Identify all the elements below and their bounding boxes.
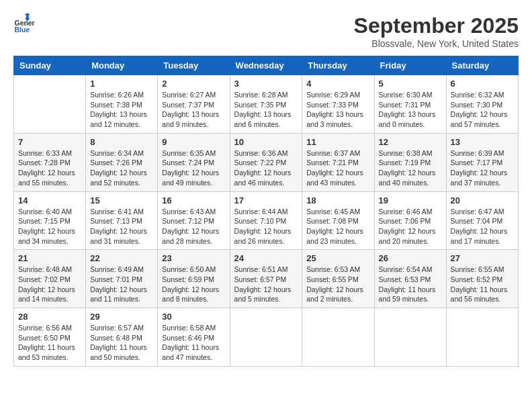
calendar-cell: 6Sunrise: 6:32 AM Sunset: 7:30 PM Daylig… — [446, 75, 518, 134]
day-number: 20 — [451, 195, 514, 205]
calendar-cell: 24Sunrise: 6:51 AM Sunset: 6:57 PM Dayli… — [230, 250, 302, 308]
calendar-cell: 19Sunrise: 6:46 AM Sunset: 7:06 PM Dayli… — [374, 191, 446, 250]
calendar-cell: 11Sunrise: 6:37 AM Sunset: 7:21 PM Dayli… — [302, 133, 374, 191]
day-info: Sunrise: 6:33 AM Sunset: 7:28 PM Dayligh… — [18, 148, 81, 188]
day-info: Sunrise: 6:55 AM Sunset: 6:52 PM Dayligh… — [451, 265, 514, 304]
page-header: General Blue September 2025 Blossvale, N… — [13, 13, 519, 49]
svg-text:General: General — [15, 19, 35, 27]
day-number: 21 — [18, 253, 81, 263]
day-number: 3 — [234, 79, 298, 89]
day-number: 11 — [306, 137, 369, 147]
day-info: Sunrise: 6:37 AM Sunset: 7:21 PM Dayligh… — [306, 148, 369, 188]
day-info: Sunrise: 6:41 AM Sunset: 7:13 PM Dayligh… — [90, 207, 153, 246]
day-info: Sunrise: 6:57 AM Sunset: 6:48 PM Dayligh… — [90, 323, 153, 363]
day-info: Sunrise: 6:54 AM Sunset: 6:53 PM Dayligh… — [379, 265, 442, 304]
day-info: Sunrise: 6:47 AM Sunset: 7:04 PM Dayligh… — [451, 207, 514, 246]
day-number: 22 — [90, 253, 153, 263]
day-number: 9 — [162, 137, 225, 147]
calendar-cell — [302, 308, 374, 367]
day-header-friday: Friday — [374, 56, 446, 75]
day-header-monday: Monday — [86, 56, 158, 75]
calendar-cell — [230, 308, 302, 367]
calendar-cell: 4Sunrise: 6:29 AM Sunset: 7:33 PM Daylig… — [302, 75, 374, 134]
day-info: Sunrise: 6:26 AM Sunset: 7:38 PM Dayligh… — [90, 90, 153, 130]
day-info: Sunrise: 6:51 AM Sunset: 6:57 PM Dayligh… — [234, 265, 298, 304]
calendar-cell: 15Sunrise: 6:41 AM Sunset: 7:13 PM Dayli… — [86, 191, 158, 250]
calendar-cell: 16Sunrise: 6:43 AM Sunset: 7:12 PM Dayli… — [158, 191, 230, 250]
calendar-cell — [374, 308, 446, 367]
calendar-cell: 18Sunrise: 6:45 AM Sunset: 7:08 PM Dayli… — [302, 191, 374, 250]
calendar-cell: 22Sunrise: 6:49 AM Sunset: 7:01 PM Dayli… — [86, 250, 158, 308]
day-info: Sunrise: 6:46 AM Sunset: 7:06 PM Dayligh… — [379, 207, 442, 246]
day-number: 7 — [18, 137, 81, 147]
day-number: 15 — [90, 195, 153, 205]
day-number: 23 — [162, 253, 225, 263]
calendar-cell: 27Sunrise: 6:55 AM Sunset: 6:52 PM Dayli… — [446, 250, 518, 308]
calendar-week-1: 1Sunrise: 6:26 AM Sunset: 7:38 PM Daylig… — [14, 75, 519, 134]
day-header-saturday: Saturday — [446, 56, 518, 75]
calendar-cell: 3Sunrise: 6:28 AM Sunset: 7:35 PM Daylig… — [230, 75, 302, 134]
calendar-cell: 26Sunrise: 6:54 AM Sunset: 6:53 PM Dayli… — [374, 250, 446, 308]
day-info: Sunrise: 6:56 AM Sunset: 6:50 PM Dayligh… — [18, 323, 81, 363]
calendar-cell: 13Sunrise: 6:39 AM Sunset: 7:17 PM Dayli… — [446, 133, 518, 191]
day-number: 28 — [18, 312, 81, 322]
day-info: Sunrise: 6:36 AM Sunset: 7:22 PM Dayligh… — [234, 148, 298, 188]
day-info: Sunrise: 6:38 AM Sunset: 7:19 PM Dayligh… — [379, 148, 442, 188]
day-number: 13 — [451, 137, 514, 147]
calendar-cell: 30Sunrise: 6:58 AM Sunset: 6:46 PM Dayli… — [158, 308, 230, 367]
day-number: 10 — [234, 137, 298, 147]
day-number: 27 — [451, 253, 514, 263]
calendar-cell: 21Sunrise: 6:48 AM Sunset: 7:02 PM Dayli… — [14, 250, 86, 308]
calendar-header-row: SundayMondayTuesdayWednesdayThursdayFrid… — [14, 56, 519, 75]
calendar-cell: 17Sunrise: 6:44 AM Sunset: 7:10 PM Dayli… — [230, 191, 302, 250]
day-info: Sunrise: 6:49 AM Sunset: 7:01 PM Dayligh… — [90, 265, 153, 304]
day-number: 8 — [90, 137, 153, 147]
day-number: 17 — [234, 195, 298, 205]
day-number: 5 — [379, 79, 442, 89]
day-info: Sunrise: 6:53 AM Sunset: 6:55 PM Dayligh… — [306, 265, 369, 304]
calendar-cell: 5Sunrise: 6:30 AM Sunset: 7:31 PM Daylig… — [374, 75, 446, 134]
day-header-tuesday: Tuesday — [158, 56, 230, 75]
title-section: September 2025 Blossvale, New York, Unit… — [354, 13, 519, 49]
day-number: 6 — [451, 79, 514, 89]
calendar-cell: 12Sunrise: 6:38 AM Sunset: 7:19 PM Dayli… — [374, 133, 446, 191]
day-number: 4 — [306, 79, 369, 89]
day-info: Sunrise: 6:40 AM Sunset: 7:15 PM Dayligh… — [18, 207, 81, 246]
calendar-cell — [446, 308, 518, 367]
logo: General Blue — [13, 13, 35, 35]
day-info: Sunrise: 6:58 AM Sunset: 6:46 PM Dayligh… — [162, 323, 225, 363]
calendar-week-5: 28Sunrise: 6:56 AM Sunset: 6:50 PM Dayli… — [14, 308, 519, 367]
day-header-thursday: Thursday — [302, 56, 374, 75]
day-info: Sunrise: 6:48 AM Sunset: 7:02 PM Dayligh… — [18, 265, 81, 304]
calendar-cell: 8Sunrise: 6:34 AM Sunset: 7:26 PM Daylig… — [86, 133, 158, 191]
location: Blossvale, New York, United States — [354, 38, 519, 49]
calendar-cell: 25Sunrise: 6:53 AM Sunset: 6:55 PM Dayli… — [302, 250, 374, 308]
day-info: Sunrise: 6:50 AM Sunset: 6:59 PM Dayligh… — [162, 265, 225, 304]
calendar-week-4: 21Sunrise: 6:48 AM Sunset: 7:02 PM Dayli… — [14, 250, 519, 308]
day-info: Sunrise: 6:44 AM Sunset: 7:10 PM Dayligh… — [234, 207, 298, 246]
day-number: 26 — [379, 253, 442, 263]
calendar-cell: 9Sunrise: 6:35 AM Sunset: 7:24 PM Daylig… — [158, 133, 230, 191]
month-title: September 2025 — [354, 13, 519, 38]
calendar-week-3: 14Sunrise: 6:40 AM Sunset: 7:15 PM Dayli… — [14, 191, 519, 250]
calendar-cell: 23Sunrise: 6:50 AM Sunset: 6:59 PM Dayli… — [158, 250, 230, 308]
day-number: 29 — [90, 312, 153, 322]
day-info: Sunrise: 6:45 AM Sunset: 7:08 PM Dayligh… — [306, 207, 369, 246]
day-info: Sunrise: 6:27 AM Sunset: 7:37 PM Dayligh… — [162, 90, 225, 130]
calendar-table: SundayMondayTuesdayWednesdayThursdayFrid… — [13, 56, 519, 367]
calendar-cell: 2Sunrise: 6:27 AM Sunset: 7:37 PM Daylig… — [158, 75, 230, 134]
calendar-cell: 7Sunrise: 6:33 AM Sunset: 7:28 PM Daylig… — [14, 133, 86, 191]
day-number: 1 — [90, 79, 153, 89]
calendar-cell: 20Sunrise: 6:47 AM Sunset: 7:04 PM Dayli… — [446, 191, 518, 250]
calendar-cell: 29Sunrise: 6:57 AM Sunset: 6:48 PM Dayli… — [86, 308, 158, 367]
day-number: 19 — [379, 195, 442, 205]
day-info: Sunrise: 6:30 AM Sunset: 7:31 PM Dayligh… — [379, 90, 442, 130]
day-info: Sunrise: 6:43 AM Sunset: 7:12 PM Dayligh… — [162, 207, 225, 246]
day-info: Sunrise: 6:34 AM Sunset: 7:26 PM Dayligh… — [90, 148, 153, 188]
logo-icon: General Blue — [13, 13, 35, 35]
day-info: Sunrise: 6:29 AM Sunset: 7:33 PM Dayligh… — [306, 90, 369, 130]
day-number: 30 — [162, 312, 225, 322]
day-info: Sunrise: 6:28 AM Sunset: 7:35 PM Dayligh… — [234, 90, 298, 130]
day-info: Sunrise: 6:39 AM Sunset: 7:17 PM Dayligh… — [451, 148, 514, 188]
day-number: 18 — [306, 195, 369, 205]
